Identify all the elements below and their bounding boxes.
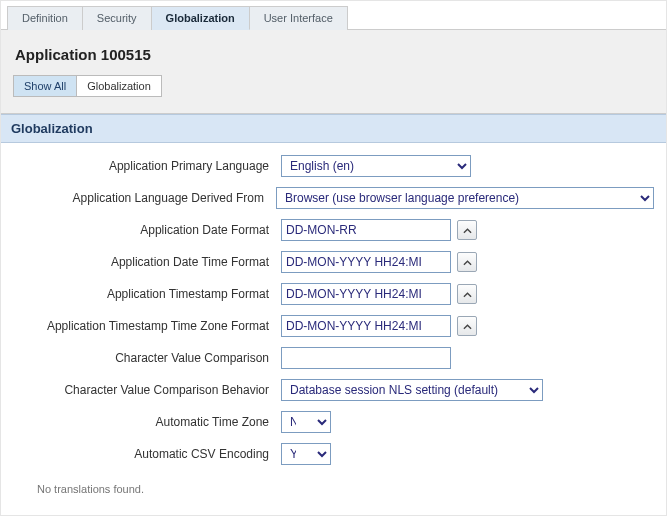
picker-date-format[interactable] [457, 220, 477, 240]
no-translations-text: No translations found. [13, 475, 654, 495]
tab-definition[interactable]: Definition [7, 6, 83, 30]
label-auto-csv: Automatic CSV Encoding [13, 447, 281, 461]
label-char-value-comparison: Character Value Comparison [13, 351, 281, 365]
section-title-globalization: Globalization [1, 114, 666, 143]
tab-globalization[interactable]: Globalization [152, 6, 250, 30]
form-area: Application Primary Language English (en… [1, 143, 666, 495]
chevron-up-icon [463, 319, 472, 333]
select-auto-timezone[interactable]: No [281, 411, 331, 433]
label-cvc-behavior: Character Value Comparison Behavior [13, 383, 281, 397]
label-language-derived: Application Language Derived From [13, 191, 276, 205]
label-datetime-format: Application Date Time Format [13, 255, 281, 269]
input-timestamp-format[interactable] [281, 283, 451, 305]
picker-timestamp-tz-format[interactable] [457, 316, 477, 336]
tab-security[interactable]: Security [83, 6, 152, 30]
select-language-derived[interactable]: Browser (use browser language preference… [276, 187, 654, 209]
page-title: Application 100515 [15, 46, 654, 63]
picker-datetime-format[interactable] [457, 252, 477, 272]
input-timestamp-tz-format[interactable] [281, 315, 451, 337]
tab-user-interface[interactable]: User Interface [250, 6, 348, 30]
input-char-value-comparison[interactable] [281, 347, 451, 369]
chevron-up-icon [463, 255, 472, 269]
label-primary-language: Application Primary Language [13, 159, 281, 173]
label-date-format: Application Date Format [13, 223, 281, 237]
chevron-up-icon [463, 287, 472, 301]
label-timestamp-tz-format: Application Timestamp Time Zone Format [13, 319, 281, 333]
top-tabs: Definition Security Globalization User I… [1, 1, 666, 30]
input-date-format[interactable] [281, 219, 451, 241]
select-cvc-behavior[interactable]: Database session NLS setting (default) [281, 379, 543, 401]
subtab-show-all[interactable]: Show All [13, 75, 77, 97]
picker-timestamp-format[interactable] [457, 284, 477, 304]
label-timestamp-format: Application Timestamp Format [13, 287, 281, 301]
select-primary-language[interactable]: English (en) [281, 155, 471, 177]
subtab-globalization[interactable]: Globalization [77, 75, 162, 97]
select-auto-csv[interactable]: Yes [281, 443, 331, 465]
region-header: Application 100515 Show All Globalizatio… [1, 30, 666, 114]
input-datetime-format[interactable] [281, 251, 451, 273]
chevron-up-icon [463, 223, 472, 237]
subtab-row: Show All Globalization [13, 75, 654, 97]
label-auto-timezone: Automatic Time Zone [13, 415, 281, 429]
